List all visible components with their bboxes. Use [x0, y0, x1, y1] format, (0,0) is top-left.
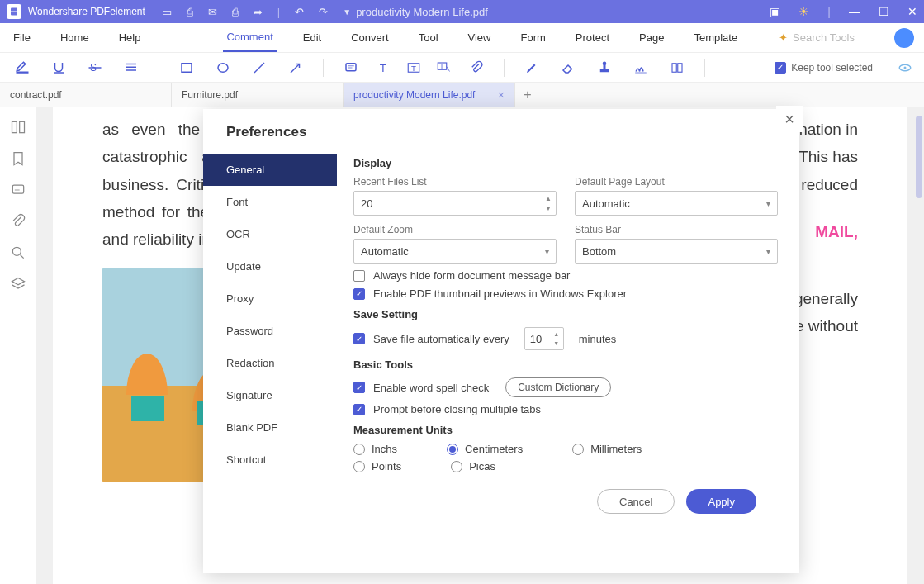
default-zoom-select[interactable]: Automatic▾ — [353, 239, 557, 264]
layers-icon[interactable] — [10, 276, 26, 292]
menu-form[interactable]: Form — [518, 23, 549, 52]
menu-template[interactable]: Template — [690, 23, 741, 52]
eraser-tool[interactable] — [556, 59, 580, 77]
minimize-icon[interactable]: — — [849, 5, 860, 18]
spinner-down-icon[interactable]: ▼ — [552, 339, 562, 348]
tab-contract[interactable]: contract.pdf — [0, 83, 172, 107]
note-tool[interactable] — [339, 59, 363, 77]
attachments-panel-icon[interactable] — [10, 213, 26, 230]
signature-tool[interactable] — [628, 59, 653, 77]
recent-files-input[interactable]: 20 ▲▼ — [353, 191, 557, 216]
close-window-icon[interactable]: ✕ — [907, 5, 917, 18]
menu-search[interactable]: ✦ Search Tools — [779, 31, 855, 44]
callout-tool[interactable]: T — [434, 59, 453, 77]
page-layout-select[interactable]: Automatic▾ — [575, 191, 778, 216]
arrow-tool[interactable] — [283, 59, 308, 77]
prefs-side-redaction[interactable]: Redaction — [203, 347, 337, 379]
comments-panel-icon[interactable] — [10, 182, 26, 198]
rectangle-tool[interactable] — [174, 59, 199, 77]
open-folder-icon[interactable]: ▭ — [162, 6, 172, 18]
search-panel-icon[interactable] — [10, 245, 26, 261]
autosave-checkbox[interactable]: ✓ — [353, 333, 365, 344]
notifications-icon[interactable]: ▣ — [770, 5, 780, 18]
menu-home[interactable]: Home — [57, 23, 92, 52]
keep-tool-selected[interactable]: ✓ Keep tool selected — [775, 62, 873, 74]
highlighter-tool[interactable] — [10, 59, 35, 77]
prefs-side-update[interactable]: Update — [203, 250, 337, 283]
cancel-button[interactable]: Cancel — [597, 489, 675, 514]
bookmark-icon[interactable] — [10, 150, 26, 167]
maximize-icon[interactable]: ☐ — [879, 5, 889, 18]
prefs-side-ocr[interactable]: OCR — [203, 218, 337, 250]
pencil-tool[interactable] — [519, 59, 544, 77]
save-icon[interactable]: ⎙ — [187, 6, 193, 18]
manage-comments-tool[interactable] — [665, 59, 689, 77]
undo-icon[interactable]: ↶ — [295, 6, 304, 18]
unit-centimeters-radio[interactable]: Centimeters — [447, 443, 523, 455]
status-bar-select[interactable]: Bottom▾ — [575, 239, 778, 264]
squiggly-tool[interactable] — [119, 59, 144, 77]
help-icon[interactable]: | — [827, 5, 831, 18]
add-tab-button[interactable]: + — [515, 83, 540, 107]
textbox-tool[interactable]: T — [405, 59, 423, 77]
spellcheck-checkbox[interactable]: ✓ — [353, 382, 365, 393]
prefs-side-signature[interactable]: Signature — [203, 379, 337, 411]
current-file-dropdown[interactable]: ▼ productivity Modern Life.pdf — [343, 6, 488, 18]
prefs-side-proxy[interactable]: Proxy — [203, 283, 337, 315]
prompt-close-checkbox[interactable]: ✓ — [353, 404, 365, 415]
enable-thumbnails-checkbox[interactable]: ✓ — [353, 288, 365, 300]
svg-rect-27 — [678, 63, 682, 72]
tab-productivity[interactable]: productivity Modern Life.pdf× — [344, 83, 515, 107]
share-icon[interactable]: ➦ — [254, 6, 263, 18]
strikethrough-tool[interactable]: S — [83, 59, 107, 77]
page-layout-label: Default Page Layout — [575, 176, 778, 188]
menu-tool[interactable]: Tool — [415, 23, 442, 52]
mail-icon[interactable]: ✉ — [208, 6, 217, 18]
unit-points-radio[interactable]: Points — [353, 460, 401, 472]
thumbnails-icon[interactable] — [10, 119, 26, 135]
spinner-up-icon[interactable]: ▲ — [552, 330, 562, 339]
menu-file[interactable]: File — [10, 23, 34, 52]
text-tool[interactable]: T — [375, 59, 393, 77]
titlebar-quick-icons: ▭ ⎙ ✉ ⎙ ➦ | ↶ ↷ ▼ productivity Modern Li… — [162, 6, 488, 18]
redo-icon[interactable]: ↷ — [319, 6, 328, 18]
svg-rect-9 — [182, 63, 192, 72]
custom-dictionary-button[interactable]: Custom Dictionary — [505, 377, 611, 397]
theme-icon[interactable]: ☀ — [798, 5, 809, 18]
spinner-down-icon[interactable]: ▼ — [543, 203, 554, 213]
apply-button[interactable]: Apply — [686, 489, 756, 514]
unit-inches-radio[interactable]: Inchs — [353, 443, 397, 455]
keep-tool-checkbox[interactable]: ✓ — [775, 62, 786, 74]
scrollbar-thumb[interactable] — [916, 116, 922, 198]
menu-comment[interactable]: Comment — [223, 23, 276, 52]
prefs-side-shortcut[interactable]: Shortcut — [203, 444, 337, 476]
line-tool[interactable] — [247, 59, 272, 77]
prefs-side-font[interactable]: Font — [203, 186, 337, 218]
prefs-side-password[interactable]: Password — [203, 315, 337, 347]
underline-tool[interactable] — [46, 59, 71, 77]
print-icon[interactable]: ⎙ — [232, 6, 239, 18]
oval-tool[interactable] — [211, 59, 235, 77]
menu-convert[interactable]: Convert — [348, 23, 392, 52]
user-avatar[interactable] — [894, 28, 914, 48]
menu-protect[interactable]: Protect — [572, 23, 613, 52]
hide-message-bar-checkbox[interactable] — [353, 270, 365, 282]
visibility-icon[interactable] — [896, 59, 914, 77]
autosave-interval-input[interactable]: 10 ▲▼ — [524, 327, 564, 350]
menu-edit[interactable]: Edit — [300, 23, 325, 52]
unit-picas-radio[interactable]: Picas — [451, 460, 495, 472]
tab-furniture[interactable]: Furniture.pdf — [172, 83, 344, 107]
prefs-side-general[interactable]: General — [203, 154, 337, 186]
menu-view[interactable]: View — [465, 23, 495, 52]
attachment-tool[interactable] — [464, 59, 489, 77]
menu-page[interactable]: Page — [636, 23, 667, 52]
unit-millimeters-radio[interactable]: Millimeters — [572, 443, 642, 455]
prefs-side-blankpdf[interactable]: Blank PDF — [203, 411, 337, 444]
close-tab-icon[interactable]: × — [498, 88, 505, 102]
svg-line-12 — [291, 64, 300, 73]
menu-help[interactable]: Help — [116, 23, 145, 52]
stamp-tool[interactable] — [592, 59, 617, 77]
svg-point-10 — [218, 63, 228, 72]
spinner-up-icon[interactable]: ▲ — [543, 193, 554, 203]
vertical-scrollbar[interactable] — [916, 116, 922, 544]
